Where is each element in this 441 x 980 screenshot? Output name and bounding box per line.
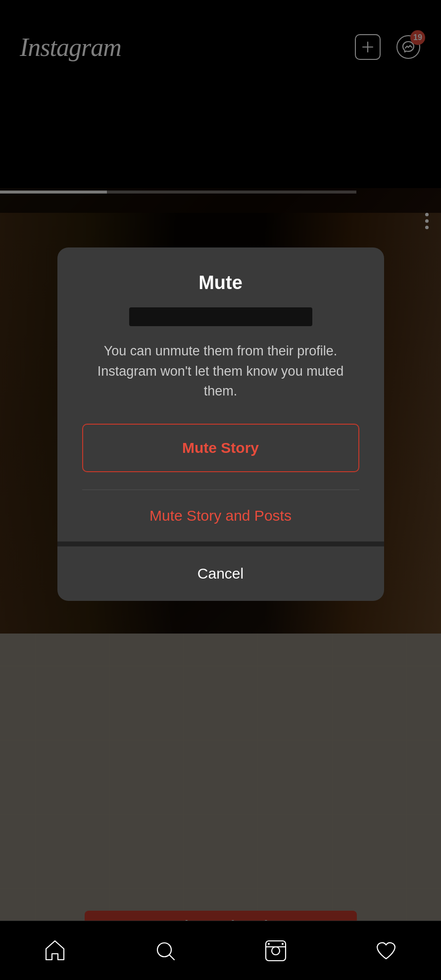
nav-home[interactable] bbox=[35, 931, 75, 971]
section-divider bbox=[57, 541, 384, 546]
svg-point-6 bbox=[268, 943, 270, 945]
mute-story-posts-button[interactable]: Mute Story and Posts bbox=[57, 490, 384, 541]
cancel-button[interactable]: Cancel bbox=[57, 546, 384, 601]
nav-activity[interactable] bbox=[366, 931, 406, 971]
mute-modal: Mute You can unmute them from their prof… bbox=[57, 247, 384, 601]
heart-icon bbox=[373, 938, 399, 964]
mute-story-button[interactable]: Mute Story bbox=[82, 424, 359, 472]
bottom-navigation bbox=[0, 921, 441, 980]
redacted-username bbox=[129, 307, 312, 326]
reels-icon bbox=[263, 938, 289, 964]
modal-description: You can unmute them from their profile. … bbox=[82, 341, 359, 401]
svg-point-7 bbox=[282, 943, 284, 945]
search-icon bbox=[152, 938, 178, 964]
home-icon bbox=[42, 938, 68, 964]
modal-content-area: Mute You can unmute them from their prof… bbox=[57, 247, 384, 490]
svg-line-3 bbox=[169, 955, 174, 960]
svg-point-5 bbox=[272, 947, 280, 955]
nav-reels[interactable] bbox=[256, 931, 295, 971]
nav-search[interactable] bbox=[146, 931, 185, 971]
modal-title: Mute bbox=[82, 272, 359, 294]
